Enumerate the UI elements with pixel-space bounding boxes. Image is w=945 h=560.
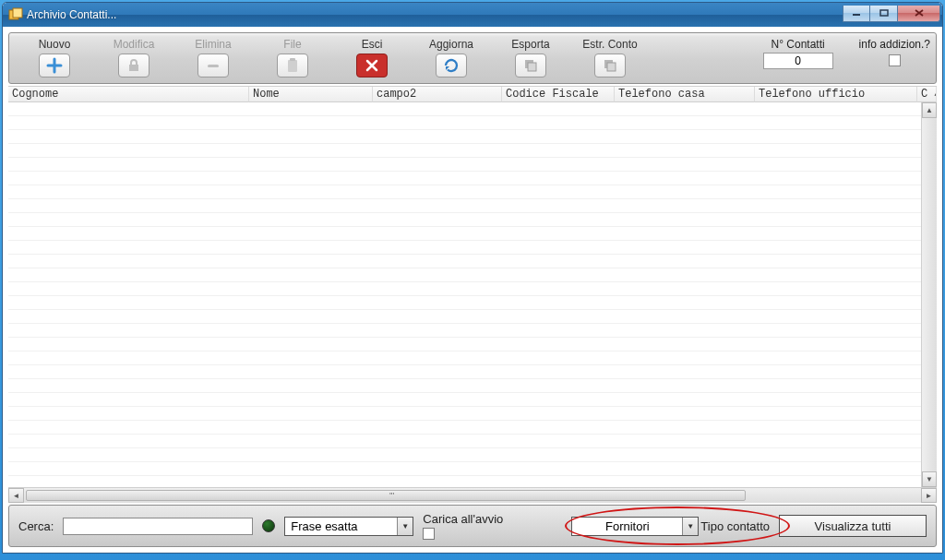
table-row[interactable] — [8, 421, 937, 435]
export-icon — [515, 54, 546, 77]
plus-icon — [39, 54, 70, 77]
scroll-right-button[interactable]: ► — [921, 488, 937, 503]
scroll-down-button[interactable]: ▼ — [922, 471, 937, 487]
infoadd-label: info addizion.? — [859, 38, 930, 51]
esci-button[interactable]: Esci — [332, 36, 412, 80]
cerca-label: Cerca: — [18, 519, 54, 533]
estrconto-label: Estr. Conto — [582, 38, 637, 52]
carica-allavvio: Carica all'avvio — [423, 512, 503, 540]
table-row[interactable] — [8, 130, 937, 144]
ncontatti-field: N° Contatti — [763, 38, 833, 69]
infoadd-checkbox[interactable] — [889, 54, 901, 66]
title-bar[interactable]: Archivio Contatti... — [3, 3, 942, 27]
window-buttons — [843, 8, 940, 22]
table-row[interactable] — [8, 338, 937, 351]
table-row[interactable] — [8, 199, 937, 213]
file-button[interactable]: File — [253, 36, 332, 80]
col-campo2[interactable]: campo2 — [373, 87, 502, 102]
table-row[interactable] — [8, 365, 937, 379]
file-label: File — [283, 38, 301, 52]
modifica-button[interactable]: Modifica — [94, 36, 173, 80]
estrconto-button[interactable]: Estr. Conto — [570, 36, 650, 80]
esporta-button[interactable]: Esporta — [491, 36, 570, 80]
nuovo-label: Nuovo — [39, 38, 71, 52]
svg-rect-6 — [288, 60, 297, 72]
elimina-button[interactable]: Elimina — [173, 36, 253, 80]
close-button[interactable] — [898, 6, 940, 22]
table-row[interactable] — [8, 158, 937, 172]
table-row[interactable] — [8, 296, 937, 310]
scroll-up-button[interactable]: ▲ — [922, 102, 937, 118]
vertical-scrollbar[interactable]: ▲ ▼ — [921, 102, 937, 487]
minimize-button[interactable] — [843, 6, 870, 22]
col-telefonocasa[interactable]: Telefono casa — [615, 87, 755, 102]
contacts-grid: Cognome Nome campo2 Codice Fiscale Telef… — [8, 86, 937, 503]
col-cognome[interactable]: Cognome — [8, 87, 249, 102]
ncontatti-label: N° Contatti — [763, 38, 833, 51]
table-row[interactable] — [8, 241, 937, 255]
search-bar: Cerca: Frase esatta Carica all'avvio For… — [8, 505, 937, 547]
table-row[interactable] — [8, 185, 937, 199]
minus-icon — [197, 54, 229, 77]
table-row[interactable] — [8, 213, 937, 227]
esci-label: Esci — [362, 38, 383, 52]
app-icon — [8, 7, 23, 22]
carica-checkbox[interactable] — [423, 528, 435, 540]
maximize-button[interactable] — [870, 6, 898, 22]
frase-value: Frase esatta — [285, 519, 397, 533]
chevron-down-icon — [397, 518, 413, 535]
col-telefonoufficio[interactable]: Telefono ufficio — [755, 87, 917, 102]
hscroll-thumb[interactable] — [26, 490, 746, 501]
svg-rect-1 — [13, 8, 22, 18]
lock-icon — [118, 54, 150, 77]
nuovo-button[interactable]: Nuovo — [15, 36, 94, 80]
table-row[interactable] — [8, 282, 937, 296]
esporta-label: Esporta — [511, 38, 549, 52]
table-row[interactable] — [8, 379, 937, 393]
vscroll-track[interactable] — [922, 118, 937, 471]
grid-body[interactable]: ▲ ▼ — [8, 102, 937, 487]
col-last[interactable]: C ▲ — [917, 87, 937, 102]
svg-rect-10 — [604, 60, 613, 68]
svg-rect-11 — [607, 63, 616, 71]
tipo-label: Tipo contatto — [700, 519, 770, 533]
table-row[interactable] — [8, 172, 937, 185]
svg-rect-8 — [525, 60, 533, 68]
table-row[interactable] — [8, 144, 937, 158]
table-row[interactable] — [8, 310, 937, 324]
app-window: Archivio Contatti... Nuovo Modifica — [2, 2, 943, 554]
svg-rect-2 — [853, 14, 860, 16]
ncontatti-value — [763, 53, 833, 69]
table-row[interactable] — [8, 462, 937, 476]
visualizza-tutti-button[interactable]: Visualizza tutti — [779, 515, 927, 537]
table-row[interactable] — [8, 351, 937, 365]
aggiorna-button[interactable]: Aggiorna — [412, 36, 491, 80]
table-row[interactable] — [8, 407, 937, 421]
col-codicefiscale[interactable]: Codice Fiscale — [502, 87, 615, 102]
horizontal-scrollbar[interactable]: ◄ ''' ► — [8, 487, 937, 503]
tipo-value: Fornitori — [572, 519, 682, 533]
table-row[interactable] — [8, 324, 937, 338]
table-row[interactable] — [8, 393, 937, 407]
table-row[interactable] — [8, 116, 937, 130]
col-nome[interactable]: Nome — [249, 87, 373, 102]
table-row[interactable] — [8, 102, 937, 116]
table-row[interactable] — [8, 227, 937, 241]
table-row[interactable] — [8, 255, 937, 268]
table-row[interactable] — [8, 435, 937, 448]
close-icon — [356, 54, 388, 77]
clipboard-icon — [277, 54, 308, 77]
search-input[interactable] — [63, 518, 253, 535]
svg-rect-9 — [528, 63, 536, 71]
table-row[interactable] — [8, 268, 937, 282]
svg-rect-4 — [129, 65, 138, 71]
frase-select[interactable]: Frase esatta — [284, 517, 413, 536]
window-title: Archivio Contatti... — [27, 8, 116, 21]
tipo-contatto-select[interactable]: Fornitori — [571, 517, 699, 536]
svg-rect-5 — [208, 65, 219, 67]
scroll-left-button[interactable]: ◄ — [8, 488, 24, 503]
modifica-label: Modifica — [114, 38, 155, 52]
hscroll-track[interactable]: ''' — [24, 488, 921, 503]
table-row[interactable] — [8, 476, 937, 487]
table-row[interactable] — [8, 448, 937, 462]
